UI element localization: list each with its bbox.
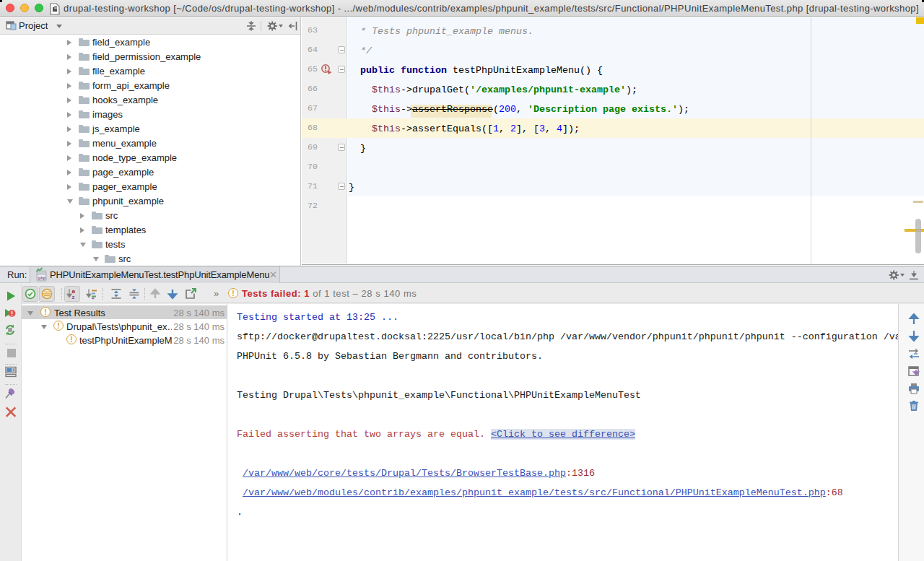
svg-text:php: php	[38, 276, 46, 280]
svg-text:z: z	[72, 294, 75, 300]
